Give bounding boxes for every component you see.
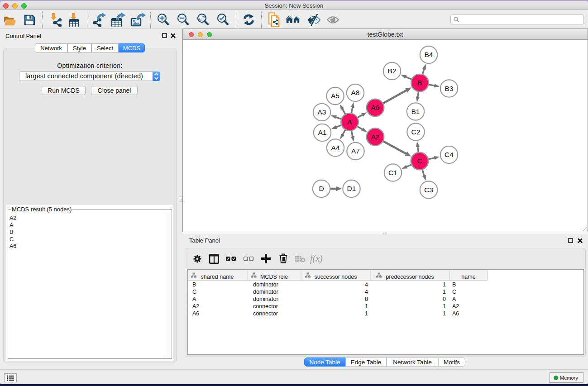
svg-text:B1: B1	[411, 108, 420, 115]
svg-text:A4: A4	[331, 144, 340, 152]
svg-text:A: A	[347, 118, 352, 126]
svg-text:A3: A3	[318, 108, 326, 116]
svg-text:C3: C3	[424, 186, 433, 194]
svg-text:A2: A2	[371, 133, 380, 141]
svg-text:A1: A1	[318, 129, 327, 136]
svg-text:B2: B2	[388, 67, 397, 75]
svg-text:A7: A7	[351, 147, 360, 155]
svg-text:C4: C4	[445, 151, 454, 158]
svg-text:A5: A5	[331, 92, 339, 100]
svg-text:A8: A8	[351, 89, 360, 96]
svg-text:C: C	[417, 157, 422, 165]
svg-text:D: D	[319, 185, 324, 192]
svg-text:C2: C2	[411, 128, 421, 136]
svg-text:B: B	[417, 79, 422, 86]
svg-text:A6: A6	[371, 104, 380, 111]
svg-text:B4: B4	[425, 51, 433, 58]
svg-text:D1: D1	[347, 185, 356, 192]
svg-text:C1: C1	[388, 169, 397, 176]
svg-text:B3: B3	[445, 85, 454, 92]
